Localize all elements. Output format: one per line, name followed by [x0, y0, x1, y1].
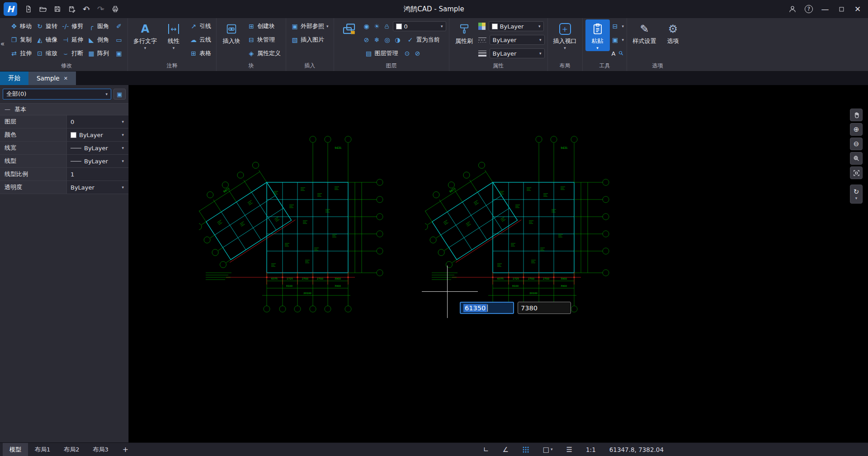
- break-button[interactable]: ⌣打断: [60, 47, 85, 60]
- orbit-button[interactable]: ↻ ▾: [850, 185, 863, 204]
- zoom-in-button[interactable]: ⊕: [850, 123, 863, 136]
- selection-filter-dropdown[interactable]: 全部(0) ▾: [3, 89, 111, 100]
- view-settings-icon[interactable]: ▣: [612, 36, 619, 43]
- zoom-extents-button[interactable]: [850, 166, 863, 179]
- set-current-layer-button[interactable]: ✓置为当前: [405, 33, 442, 47]
- mtext-button[interactable]: A 多行文字 ▾: [131, 19, 160, 51]
- dynamic-input-distance[interactable]: 61350: [460, 302, 514, 314]
- layer-properties-button[interactable]: [337, 19, 361, 37]
- duplicate-button[interactable]: ▣: [113, 47, 125, 60]
- grid-snap-toggle[interactable]: [522, 446, 529, 453]
- chamfer-button[interactable]: ◣倒角: [85, 33, 111, 47]
- fillet-button[interactable]: ╭圆角: [85, 19, 111, 33]
- xref-button[interactable]: ▣外部参照▾: [289, 19, 331, 33]
- layer-value-dropdown[interactable]: 0 ▾: [67, 115, 128, 128]
- lineweight-dropdown[interactable]: ByLayer ▾: [490, 48, 545, 58]
- attribute-define-button[interactable]: ◈属性定义: [245, 47, 283, 60]
- new-file-button[interactable]: [22, 2, 35, 16]
- copy-button[interactable]: ❐复制: [8, 33, 34, 47]
- open-file-button[interactable]: [36, 2, 50, 16]
- leader-button[interactable]: ↗引线: [188, 19, 213, 33]
- polar-toggle[interactable]: ∠: [502, 446, 508, 454]
- rectangle-button[interactable]: ▭: [113, 33, 125, 47]
- linear-dimension-button[interactable]: ↔ 线性 ▾: [161, 19, 186, 51]
- tab-layout1[interactable]: 布局1: [28, 443, 57, 456]
- help-button[interactable]: ?: [802, 2, 816, 16]
- block-manager-button[interactable]: ⊟块管理: [245, 33, 283, 47]
- display-settings-icon[interactable]: ⊟: [612, 23, 619, 30]
- tab-close-icon[interactable]: ✕: [64, 76, 68, 81]
- status-menu-button[interactable]: ☰: [566, 446, 572, 454]
- help-icon: ?: [805, 5, 813, 13]
- layer-off-icon[interactable]: ⊘: [363, 36, 370, 43]
- stretch-button[interactable]: ⇄拉伸: [8, 47, 34, 60]
- redo-button[interactable]: ↷ ▾: [94, 2, 108, 16]
- tab-model[interactable]: 模型: [3, 443, 28, 456]
- color-value-dropdown[interactable]: ByLayer ▾: [67, 128, 128, 141]
- layer-sun-icon[interactable]: ☀: [373, 23, 381, 30]
- table-button[interactable]: ⊞表格: [188, 47, 213, 60]
- tab-start[interactable]: 开始: [0, 71, 28, 85]
- account-button[interactable]: [786, 2, 799, 16]
- move-button[interactable]: ✥移动: [8, 19, 34, 33]
- match-properties-button[interactable]: 属性刷: [452, 19, 476, 46]
- lineweight-value-dropdown[interactable]: ByLayer ▾: [67, 142, 128, 154]
- ortho-toggle[interactable]: ∟: [483, 446, 489, 454]
- add-layout-button[interactable]: +: [115, 445, 136, 454]
- view-caret-icon: ▾: [622, 38, 624, 42]
- grid-snap-icon: [522, 446, 529, 453]
- linetype-dropdown[interactable]: ByLayer ▾: [490, 35, 545, 45]
- rotate-button[interactable]: ↻旋转: [34, 19, 60, 33]
- trim-button[interactable]: -/-修剪: [60, 19, 85, 33]
- section-header-basic[interactable]: — 基本: [0, 103, 128, 115]
- layer-merge-icon[interactable]: ◑: [394, 36, 401, 43]
- annotation-scale[interactable]: 1:1: [586, 446, 596, 453]
- save-button[interactable]: [51, 2, 64, 16]
- linetype-scale-field[interactable]: 1: [67, 168, 128, 180]
- sketch-button[interactable]: ✐: [113, 19, 125, 33]
- transparency-value-dropdown[interactable]: ByLayer ▾: [67, 181, 128, 194]
- zoom-in-icon: ⊕: [854, 125, 859, 133]
- insert-image-button[interactable]: ▧插入图片: [289, 33, 331, 47]
- layer-visibility-icon[interactable]: ◉: [363, 23, 370, 30]
- style-settings-button[interactable]: ✎ 样式设置: [630, 19, 659, 46]
- insert-viewport-button[interactable]: + 插入视口 ▾: [551, 19, 580, 51]
- options-button[interactable]: ⚙ 选项: [660, 19, 685, 46]
- zoom-out-button[interactable]: ⊖: [850, 138, 863, 150]
- layer-select-dropdown[interactable]: 0 ▾: [393, 21, 446, 31]
- extend-button[interactable]: ⊣延伸: [60, 33, 85, 47]
- layer-freeze-icon[interactable]: ❄: [373, 36, 381, 43]
- quick-select-button[interactable]: ▣: [113, 89, 126, 100]
- drawing-canvas[interactable]: 61350 7380 ⊕ ⊖ ↻: [129, 85, 868, 442]
- color-dropdown[interactable]: ByLayer ▾: [489, 21, 544, 31]
- paste-button[interactable]: 粘贴 ▾: [585, 19, 610, 51]
- tab-sample[interactable]: Sample ✕: [28, 71, 76, 85]
- layer-lock-icon[interactable]: [384, 24, 390, 29]
- layer-isolate-icon[interactable]: ◎: [384, 36, 391, 43]
- maximize-button[interactable]: [835, 2, 848, 16]
- layer-off2-icon[interactable]: ⊘: [414, 50, 421, 57]
- minimize-button[interactable]: —: [818, 2, 832, 16]
- revision-cloud-button[interactable]: ☁云线: [188, 33, 213, 47]
- pan-button[interactable]: [850, 109, 863, 121]
- create-block-button[interactable]: ⊞创建块: [245, 19, 283, 33]
- collapse-panel-icon[interactable]: «: [0, 40, 5, 48]
- print-button[interactable]: [108, 2, 122, 16]
- layer-walk-icon[interactable]: ⊙: [404, 50, 411, 57]
- close-button[interactable]: ✕: [851, 2, 864, 16]
- find-button[interactable]: A: [612, 47, 624, 60]
- save-as-button[interactable]: [65, 2, 79, 16]
- linetype-value-dropdown[interactable]: ByLayer ▾: [67, 155, 128, 167]
- dynamic-input-angle[interactable]: 7380: [518, 302, 571, 314]
- scale-button[interactable]: ⊡缩放: [34, 47, 60, 60]
- array-button[interactable]: ▦阵列: [85, 47, 111, 60]
- object-snap-toggle[interactable]: □ ▾: [543, 446, 553, 454]
- app-logo-icon[interactable]: H: [4, 2, 17, 16]
- zoom-window-button[interactable]: [850, 152, 863, 165]
- tab-layout3[interactable]: 布局3: [86, 443, 115, 456]
- tab-layout2[interactable]: 布局2: [57, 443, 86, 456]
- mirror-button[interactable]: ◭镜像: [34, 33, 60, 47]
- layer-manager-button[interactable]: ▤图层管理: [363, 47, 401, 60]
- insert-block-button[interactable]: 插入块: [219, 19, 244, 46]
- undo-button[interactable]: ↶ ▾: [80, 2, 93, 16]
